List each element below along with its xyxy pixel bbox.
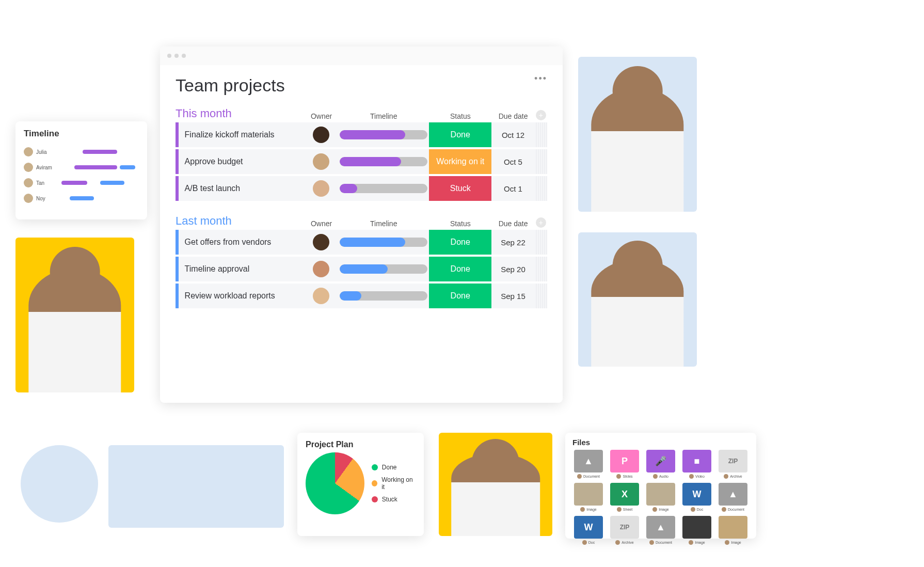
timeline-cell[interactable] [338, 157, 429, 166]
owner-cell[interactable] [305, 153, 338, 170]
avatar [724, 474, 728, 479]
avatar [725, 540, 729, 545]
task-name-cell[interactable]: Review workload reports [179, 291, 305, 301]
add-column-button[interactable]: + [535, 217, 547, 228]
due-date-cell[interactable]: Oct 12 [491, 131, 535, 139]
timeline-bar [61, 181, 87, 185]
avatar [24, 194, 33, 203]
owner-cell[interactable] [305, 127, 338, 143]
column-header-due[interactable]: Due date [491, 112, 535, 120]
file-item[interactable]: P Slides [609, 450, 641, 479]
file-item[interactable]: Image [681, 516, 713, 545]
owner-cell[interactable] [305, 288, 338, 304]
progress-bar [340, 238, 427, 247]
column-header-due[interactable]: Due date [491, 219, 535, 228]
file-thumbnail [682, 516, 711, 539]
column-header-status[interactable]: Status [429, 112, 492, 120]
column-header-owner[interactable]: Owner [305, 112, 338, 120]
task-name-cell[interactable]: Approve budget [179, 157, 305, 166]
due-date-cell[interactable]: Sep 15 [491, 292, 535, 301]
timeline-bar [120, 165, 135, 169]
file-item[interactable]: ZIP Archive [609, 516, 641, 545]
file-item[interactable]: ▲ Document [717, 483, 749, 512]
file-item[interactable]: W Doc [572, 516, 604, 545]
status-cell[interactable]: Done [429, 122, 491, 147]
legend-dot-icon [372, 496, 378, 502]
more-options-button[interactable]: ••• [534, 73, 547, 84]
file-item[interactable]: 🎤 Audio [645, 450, 677, 479]
file-thumbnail: ▲ [646, 516, 675, 539]
timeline-cell[interactable] [338, 130, 429, 139]
progress-fill [340, 264, 388, 274]
task-row[interactable]: Finalize kickoff materials Done Oct 12 [176, 122, 547, 147]
timeline-track [53, 196, 139, 200]
file-item[interactable]: ▲ Document [572, 450, 604, 479]
file-item[interactable]: ZIP Archive [717, 450, 749, 479]
avatar [577, 474, 582, 479]
due-date-cell[interactable]: Sep 22 [491, 238, 535, 247]
window-dot-icon [174, 54, 179, 58]
task-row[interactable]: Get offers from vendors Done Sep 22 [176, 230, 547, 255]
group-title[interactable]: This month [176, 107, 305, 120]
file-meta: Video [689, 474, 705, 479]
task-group: Last month Owner Timeline Status Due dat… [176, 214, 547, 308]
column-header-status[interactable]: Status [429, 219, 492, 228]
file-item[interactable]: ▲ Document [645, 516, 677, 545]
file-thumbnail: 🎤 [646, 450, 675, 472]
person-tile [578, 232, 697, 367]
timeline-cell[interactable] [338, 291, 429, 301]
group-header: Last month Owner Timeline Status Due dat… [176, 214, 547, 228]
task-row[interactable]: Review workload reports Done Sep 15 [176, 284, 547, 308]
timeline-cell[interactable] [338, 264, 429, 274]
due-date-cell[interactable]: Oct 1 [491, 184, 535, 193]
task-name-cell[interactable]: Get offers from vendors [179, 238, 305, 247]
status-cell[interactable]: Done [429, 230, 491, 255]
avatar [689, 474, 694, 479]
owner-cell[interactable] [305, 180, 338, 197]
task-name-cell[interactable]: Finalize kickoff materials [179, 130, 305, 139]
file-item[interactable]: Image [717, 516, 749, 545]
due-date-cell[interactable]: Oct 5 [491, 158, 535, 166]
file-meta: Doc [691, 507, 703, 512]
avatar [615, 540, 620, 545]
due-date-cell[interactable]: Sep 20 [491, 265, 535, 274]
progress-fill [340, 291, 362, 301]
avatar [24, 163, 33, 172]
timeline-cell[interactable] [338, 238, 429, 247]
file-thumbnail: ▲ [719, 483, 747, 506]
file-meta: Slides [616, 474, 632, 479]
task-row[interactable]: A/B test launch Stuck Oct 1 [176, 176, 547, 201]
avatar [580, 507, 585, 512]
avatar [24, 178, 33, 187]
status-cell[interactable]: Stuck [429, 176, 491, 201]
file-thumbnail [646, 483, 675, 506]
timeline-row: Noy [24, 191, 139, 206]
column-header-timeline[interactable]: Timeline [338, 112, 429, 120]
status-cell[interactable]: Done [429, 257, 491, 281]
file-item[interactable]: Image [645, 483, 677, 512]
column-header-timeline[interactable]: Timeline [338, 219, 429, 228]
avatar [313, 288, 329, 304]
add-column-button[interactable]: + [535, 110, 547, 120]
task-name-cell[interactable]: A/B test launch [179, 184, 305, 193]
task-name-cell[interactable]: Timeline approval [179, 264, 305, 274]
row-tail [535, 257, 547, 281]
owner-cell[interactable] [305, 234, 338, 250]
status-cell[interactable]: Done [429, 284, 491, 308]
file-item[interactable]: X Sheet [609, 483, 641, 512]
avatar [652, 507, 657, 512]
avatar [653, 474, 658, 479]
file-item[interactable]: ■ Video [681, 450, 713, 479]
timeline-cell[interactable] [338, 184, 429, 193]
column-header-owner[interactable]: Owner [305, 219, 338, 228]
task-row[interactable]: Approve budget Working on it Oct 5 [176, 149, 547, 174]
owner-cell[interactable] [305, 261, 338, 277]
row-tail [535, 176, 547, 201]
avatar [649, 540, 654, 545]
file-meta: Image [725, 540, 741, 545]
file-item[interactable]: W Doc [681, 483, 713, 512]
status-cell[interactable]: Working on it [429, 149, 491, 174]
task-row[interactable]: Timeline approval Done Sep 20 [176, 257, 547, 281]
group-title[interactable]: Last month [176, 214, 305, 228]
file-item[interactable]: Image [572, 483, 604, 512]
